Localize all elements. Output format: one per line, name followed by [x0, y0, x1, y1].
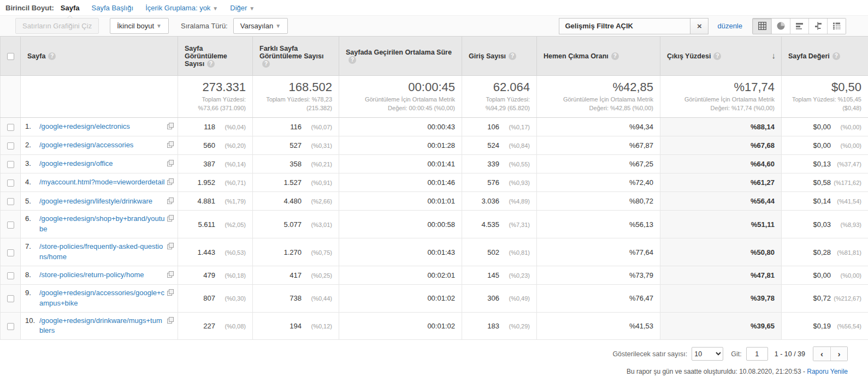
sort-type-label: Sıralama Türü:	[181, 22, 228, 30]
column-label: Hemen Çıkma Oranı	[544, 52, 609, 60]
page-link[interactable]: /google+redesign/accessories/google+camp…	[39, 288, 166, 309]
column-label: Sayfa Görüntüleme Sayısı	[185, 45, 227, 68]
select-all-checkbox[interactable]	[7, 53, 14, 60]
help-icon[interactable]: ?	[349, 56, 356, 64]
horizontal-bars-icon	[795, 21, 804, 31]
page-link[interactable]: /google+redesign/office	[39, 159, 166, 169]
performance-view-button[interactable]	[790, 19, 808, 34]
row-checkbox[interactable]	[7, 179, 14, 187]
avg-time-cell: 00:01:46	[339, 173, 462, 192]
help-icon[interactable]: ?	[207, 60, 215, 68]
row-checkbox[interactable]	[7, 161, 14, 168]
table-row: 10. /google+redesign/drinkware/mugs+tumb…	[1, 312, 868, 340]
pageviews-cell: 1.443(%0,53)	[178, 238, 253, 266]
column-header-exit[interactable]: Çıkış Yüzdesi?↓	[660, 37, 782, 76]
page-link[interactable]: /google+redesign/drinkware/mugs+tumblers	[39, 316, 166, 337]
help-icon[interactable]: ?	[509, 52, 516, 60]
row-checkbox[interactable]	[7, 249, 14, 256]
column-header-page[interactable]: Sayfa?	[21, 37, 178, 76]
column-label: Çıkış Yüzdesi	[667, 52, 711, 60]
row-number: 10.	[25, 316, 39, 325]
avg-time-cell: 00:01:02	[339, 284, 462, 312]
percentage-view-button[interactable]	[771, 19, 790, 34]
edit-filter-link[interactable]: düzenle	[717, 22, 742, 30]
dimension-tab-page[interactable]: Sayfa	[61, 4, 80, 12]
open-page-icon[interactable]	[167, 159, 174, 166]
chevron-down-icon: ▼	[275, 23, 281, 29]
comparison-bars-icon	[813, 21, 823, 31]
open-page-icon[interactable]	[167, 140, 174, 148]
dimension-tab-other[interactable]: Diğer▼	[230, 4, 255, 12]
bounce-rate-cell: %73,79	[537, 266, 660, 284]
remove-filter-button[interactable]: ×	[690, 18, 708, 34]
sort-type-dropdown[interactable]: Varsayılan▼	[233, 18, 288, 34]
column-header-unique[interactable]: Farklı Sayfa Görüntüleme Sayısı?	[253, 37, 339, 76]
help-icon[interactable]: ?	[832, 52, 840, 60]
advanced-filter-badge[interactable]: Gelişmiş Filtre AÇIK	[559, 18, 690, 34]
pageviews-cell: 1.952(%0,71)	[178, 173, 253, 192]
column-header-bounce[interactable]: Hemen Çıkma Oranı?	[537, 37, 660, 76]
row-checkbox[interactable]	[7, 142, 14, 149]
entrances-cell: 576(%0,93)	[462, 173, 537, 192]
page-link[interactable]: /store-policies/frequently-asked-questio…	[39, 242, 166, 262]
avg-time-cell: 00:01:41	[339, 155, 462, 173]
row-checkbox[interactable]	[7, 272, 14, 279]
column-label: Sayfada Geçirilen Ortalama Süre	[346, 49, 452, 56]
column-header-views[interactable]: Sayfa Görüntüleme Sayısı?	[178, 37, 253, 76]
secondary-dimension-button[interactable]: İkincil boyut▼	[110, 18, 169, 34]
row-number: 3.	[25, 159, 39, 167]
pageviews-cell: 479(%0,18)	[178, 266, 253, 284]
open-page-icon[interactable]	[167, 288, 174, 296]
page-link[interactable]: /google+redesign/shop+by+brand/youtube	[39, 214, 166, 235]
unique-pageviews-cell: 5.077(%3,01)	[253, 211, 339, 238]
row-checkbox[interactable]	[7, 323, 14, 330]
open-page-icon[interactable]	[167, 214, 174, 222]
row-range: 1 - 10 / 39	[775, 350, 805, 358]
next-page-button[interactable]: ›	[830, 347, 847, 361]
table-row: 8. /store-policies/return-policy/home 47…	[1, 266, 868, 284]
row-number: 7.	[25, 242, 39, 250]
page-link[interactable]: /store-policies/return-policy/home	[39, 270, 166, 280]
dimension-tab-page-title[interactable]: Sayfa Başlığı	[92, 4, 134, 12]
help-icon[interactable]: ?	[262, 60, 270, 68]
help-icon[interactable]: ?	[713, 52, 721, 60]
avg-time-cell: 00:01:43	[339, 238, 462, 266]
column-header-value[interactable]: Sayfa Değeri?	[782, 37, 868, 76]
page-link[interactable]: /myaccount.html?mode=vieworderdetail	[39, 177, 166, 188]
column-label: Sayfa	[27, 52, 45, 60]
pivot-view-button[interactable]	[827, 19, 846, 34]
refresh-report-link[interactable]: Raporu Yenile	[807, 368, 848, 375]
open-page-icon[interactable]	[167, 242, 174, 249]
row-checkbox[interactable]	[7, 124, 14, 131]
open-page-icon[interactable]	[167, 316, 174, 324]
open-page-icon[interactable]	[167, 122, 174, 129]
column-header-time[interactable]: Sayfada Geçirilen Ortalama Süre?	[339, 37, 462, 76]
report-generated-text: Bu rapor şu gün ve saatte oluşturuldu: 1…	[627, 368, 805, 375]
plot-rows-button[interactable]: Satırların Grafiğini Çiz	[15, 18, 99, 34]
help-icon[interactable]: ?	[48, 52, 56, 60]
help-icon[interactable]: ?	[611, 52, 619, 60]
previous-page-button[interactable]: ‹	[813, 347, 830, 361]
goto-page-input[interactable]	[746, 347, 768, 361]
open-page-icon[interactable]	[167, 196, 174, 204]
page-link[interactable]: /google+redesign/electronics	[39, 122, 166, 132]
row-checkbox[interactable]	[7, 222, 14, 229]
entrances-cell: 3.036(%4,89)	[462, 192, 537, 211]
table-view-button[interactable]	[753, 19, 771, 34]
report-table: Sayfa?Sayfa Görüntüleme Sayısı?Farklı Sa…	[0, 36, 868, 340]
row-checkbox[interactable]	[7, 295, 14, 302]
open-page-icon[interactable]	[167, 270, 174, 278]
table-row: 1. /google+redesign/electronics 118(%0,0…	[1, 118, 868, 136]
row-number: 9.	[25, 288, 39, 297]
dimension-tab-content-grouping[interactable]: İçerik Gruplama: yok▼	[145, 4, 218, 12]
rows-per-page-select[interactable]: 10	[692, 347, 723, 361]
page-link[interactable]: /google+redesign/lifestyle/drinkware	[39, 196, 166, 207]
open-page-icon[interactable]	[167, 177, 174, 185]
entrances-cell: 145(%0,23)	[462, 266, 537, 284]
row-checkbox[interactable]	[7, 198, 14, 205]
unique-pageviews-cell: 738(%0,44)	[253, 284, 339, 312]
column-header-entrances[interactable]: Giriş Sayısı?	[462, 37, 537, 76]
comparison-view-button[interactable]	[808, 19, 827, 34]
bounce-rate-cell: %80,72	[537, 192, 660, 211]
page-link[interactable]: /google+redesign/accessories	[39, 140, 166, 151]
